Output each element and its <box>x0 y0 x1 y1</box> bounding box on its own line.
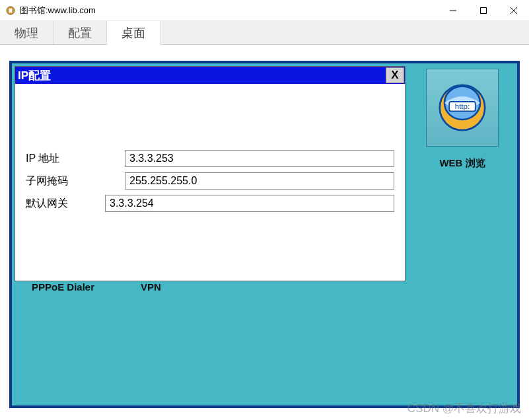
desktop-area: PPPoE Dialer VPN http: WEB 浏览 IP配置 X I <box>9 61 520 408</box>
desktop-icons: http: WEB 浏览 <box>419 69 505 182</box>
subnet-mask-input[interactable] <box>125 172 394 190</box>
ip-address-input[interactable] <box>125 150 394 167</box>
svg-text:http:: http: <box>455 102 470 110</box>
default-gateway-input[interactable] <box>105 195 394 212</box>
subnet-mask-label: 子网掩码 <box>26 174 125 188</box>
background-icon-labels: PPPoE Dialer VPN <box>32 281 161 293</box>
window-controls <box>438 0 529 21</box>
ip-address-label: IP 地址 <box>26 152 125 166</box>
ip-address-row: IP 地址 <box>26 150 394 167</box>
window-title: 图书馆:www.lib.com <box>20 5 438 17</box>
web-browser-icon: http: <box>426 69 499 147</box>
ip-config-title: IP配置 <box>18 68 386 83</box>
pppoe-dialer-label: PPPoE Dialer <box>32 281 94 293</box>
close-button[interactable] <box>499 0 529 21</box>
default-gateway-row: 默认网关 <box>26 195 394 212</box>
minimize-button[interactable] <box>438 0 468 21</box>
tab-bar: 物理 配置 桌面 <box>0 21 529 45</box>
subnet-mask-row: 子网掩码 <box>26 172 394 190</box>
app-icon <box>5 5 16 16</box>
web-browser-app[interactable]: http: WEB 浏览 <box>426 69 499 170</box>
ip-config-window: IP配置 X IP 地址 子网掩码 默认网关 <box>15 66 406 281</box>
svg-rect-1 <box>9 9 12 13</box>
ip-config-body: IP 地址 子网掩码 默认网关 <box>15 84 405 212</box>
vpn-label: VPN <box>141 281 161 293</box>
ip-config-close-button[interactable]: X <box>386 67 404 83</box>
tab-config[interactable]: 配置 <box>53 21 107 44</box>
tab-physical[interactable]: 物理 <box>0 21 53 44</box>
maximize-button[interactable] <box>468 0 499 21</box>
default-gateway-label: 默认网关 <box>26 197 105 211</box>
web-browser-label: WEB 浏览 <box>439 157 485 170</box>
ip-config-titlebar[interactable]: IP配置 X <box>15 67 405 84</box>
tab-desktop[interactable]: 桌面 <box>107 21 160 45</box>
titlebar: 图书馆:www.lib.com <box>0 0 529 21</box>
svg-rect-3 <box>481 7 487 13</box>
